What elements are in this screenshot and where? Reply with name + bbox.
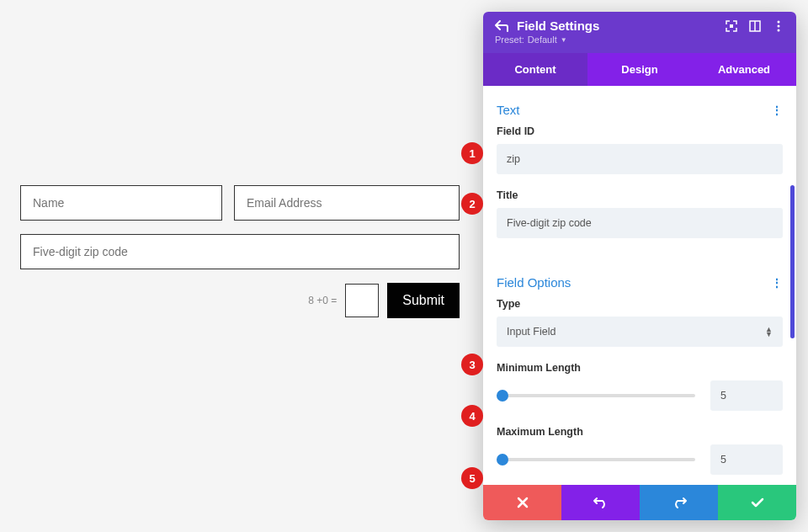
min-length-label: Minimum Length xyxy=(497,362,783,374)
annotation-badge-1: 1 xyxy=(461,142,483,164)
email-field[interactable] xyxy=(234,185,460,221)
close-icon xyxy=(517,497,529,508)
preset-selector[interactable]: Preset: Default ▼ xyxy=(495,35,784,45)
section-text-title[interactable]: Text xyxy=(497,103,520,117)
submit-button[interactable]: Submit xyxy=(387,283,460,318)
tabs: Content Design Advanced xyxy=(483,53,796,86)
section-text-header: Text ⋮ xyxy=(497,98,783,125)
preset-label: Preset: xyxy=(495,35,524,45)
field-title-label: Title xyxy=(497,189,783,201)
svg-point-5 xyxy=(778,29,780,31)
confirm-button[interactable] xyxy=(718,485,796,520)
field-title-group: Title xyxy=(497,189,783,238)
type-group: Type Input Field ▲▼ xyxy=(497,298,783,347)
max-length-thumb[interactable] xyxy=(497,454,508,466)
chevron-down-icon: ▼ xyxy=(561,36,567,44)
panel-body: Text ⋮ Field ID Title Field Options ⋮ Ty… xyxy=(483,86,796,485)
panel-scroll[interactable]: Text ⋮ Field ID Title Field Options ⋮ Ty… xyxy=(483,86,796,485)
svg-point-3 xyxy=(778,20,780,23)
zip-field[interactable] xyxy=(20,234,460,269)
svg-rect-0 xyxy=(730,24,733,28)
redo-button[interactable] xyxy=(640,485,718,520)
field-id-input[interactable] xyxy=(497,144,783,174)
redo-icon xyxy=(672,497,687,508)
max-length-slider[interactable] xyxy=(497,458,695,461)
name-field[interactable] xyxy=(20,185,222,221)
tab-design[interactable]: Design xyxy=(587,53,692,86)
min-length-thumb[interactable] xyxy=(497,390,508,402)
type-label: Type xyxy=(497,298,783,310)
select-arrows-icon: ▲▼ xyxy=(765,327,773,337)
field-settings-panel: Field Settings Preset: Default ▼ Content… xyxy=(483,12,796,520)
section-options-menu-icon[interactable]: ⋮ xyxy=(771,276,783,290)
contact-form: 8 +0 = Submit xyxy=(0,0,480,532)
min-length-value[interactable] xyxy=(710,380,783,411)
captcha-question: 8 +0 = xyxy=(308,295,337,306)
min-length-row xyxy=(497,380,783,411)
captcha-input[interactable] xyxy=(345,284,379,317)
captcha-row: 8 +0 = Submit xyxy=(20,283,460,318)
tab-advanced[interactable]: Advanced xyxy=(692,53,796,86)
form-row-zip xyxy=(20,234,460,269)
undo-button[interactable] xyxy=(561,485,640,520)
expand-icon[interactable] xyxy=(726,20,737,32)
form-row-top xyxy=(20,185,460,221)
cancel-button[interactable] xyxy=(483,485,561,520)
preset-value: Default xyxy=(528,35,557,45)
max-length-row xyxy=(497,444,783,475)
annotation-badge-4: 4 xyxy=(461,405,483,427)
panel-header: Field Settings Preset: Default ▼ xyxy=(483,12,796,53)
max-length-group: Maximum Length xyxy=(497,426,783,475)
max-length-label: Maximum Length xyxy=(497,426,783,438)
layout-icon[interactable] xyxy=(749,20,761,32)
panel-title: Field Settings xyxy=(517,19,717,33)
annotation-badge-3: 3 xyxy=(461,354,483,375)
action-bar xyxy=(483,485,796,520)
section-options-title[interactable]: Field Options xyxy=(497,275,571,290)
min-length-group: Minimum Length xyxy=(497,362,783,411)
type-value: Input Field xyxy=(507,326,556,338)
section-options-header: Field Options ⋮ xyxy=(497,270,783,298)
field-id-group: Field ID xyxy=(497,125,783,174)
header-icons xyxy=(726,20,784,32)
field-title-input[interactable] xyxy=(497,208,783,238)
field-id-label: Field ID xyxy=(497,125,783,137)
undo-icon xyxy=(593,497,609,508)
more-icon[interactable] xyxy=(773,20,784,32)
back-icon[interactable] xyxy=(495,20,508,32)
min-length-slider[interactable] xyxy=(497,394,695,397)
section-text-menu-icon[interactable]: ⋮ xyxy=(771,104,783,117)
tab-content[interactable]: Content xyxy=(483,53,587,86)
svg-point-4 xyxy=(778,24,780,27)
max-length-value[interactable] xyxy=(710,444,783,475)
annotation-badge-5: 5 xyxy=(461,467,483,489)
type-select[interactable]: Input Field ▲▼ xyxy=(497,317,783,347)
annotation-badge-2: 2 xyxy=(461,193,483,215)
check-icon xyxy=(751,497,764,508)
